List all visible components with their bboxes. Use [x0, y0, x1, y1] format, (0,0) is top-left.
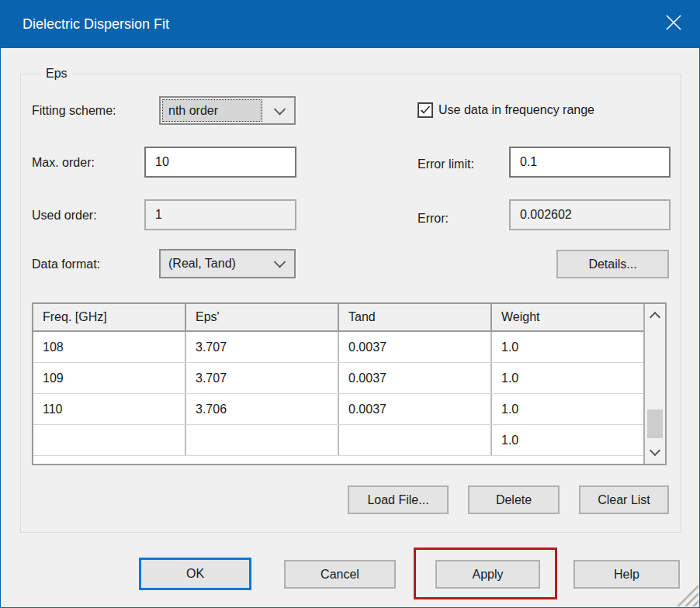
ok-button[interactable]: OK [139, 558, 251, 590]
table-row[interactable]: 1083.7070.00371.0 [33, 332, 643, 363]
table-cell[interactable]: 0.0037 [339, 363, 492, 393]
data-format-value: (Real, Tand) [168, 250, 236, 277]
table-cell[interactable] [339, 425, 492, 455]
table-cell[interactable]: 3.707 [186, 363, 339, 393]
dielectric-dispersion-fit-dialog: Dielectric Dispersion Fit Eps Fitting sc… [0, 0, 700, 608]
error-limit-input[interactable] [509, 147, 671, 178]
table-cell[interactable] [186, 425, 339, 455]
table-cell[interactable]: 110 [33, 394, 186, 424]
details-button[interactable]: Details... [556, 250, 669, 278]
close-icon [664, 12, 684, 36]
load-file-button[interactable]: Load File... [348, 485, 449, 514]
data-format-combobox[interactable]: (Real, Tand) [159, 249, 296, 278]
chevron-up-icon [650, 312, 660, 323]
use-data-checkbox[interactable] [418, 102, 433, 118]
use-data-checkbox-label[interactable]: Use data in frequency range [438, 101, 594, 119]
frequency-data-table: Freq. [GHz] Eps' Tand Weight 1083.7070.0… [32, 302, 667, 465]
table-row[interactable]: 1.0 [33, 425, 643, 456]
table-cell[interactable]: 1.0 [492, 394, 643, 424]
clear-list-button[interactable]: Clear List [579, 485, 669, 514]
chevron-down-icon [274, 256, 286, 268]
eps-groupbox-label: Eps [41, 67, 72, 81]
table-content: Freq. [GHz] Eps' Tand Weight 1083.7070.0… [33, 304, 643, 464]
used-order-label: Used order: [32, 206, 97, 225]
help-button[interactable]: Help [574, 560, 680, 589]
column-header-tand[interactable]: Tand [339, 304, 492, 330]
vertical-scrollbar[interactable] [643, 304, 665, 464]
table-body: 1083.7070.00371.01093.7070.00371.01103.7… [33, 332, 643, 456]
table-header-row: Freq. [GHz] Eps' Tand Weight [33, 304, 643, 332]
fitting-scheme-label: Fitting scheme: [32, 102, 116, 120]
error-limit-label: Error limit: [418, 155, 474, 174]
titlebar: Dielectric Dispersion Fit [0, 0, 700, 48]
fitting-scheme-value: nth order [168, 98, 218, 123]
column-header-weight[interactable]: Weight [492, 304, 643, 330]
scrollbar-thumb[interactable] [647, 409, 663, 438]
chevron-down-icon [650, 445, 660, 456]
fitting-scheme-combobox[interactable]: nth order [159, 96, 296, 125]
cancel-button[interactable]: Cancel [284, 560, 396, 589]
error-label: Error: [418, 209, 449, 228]
scroll-down-button[interactable] [645, 442, 665, 464]
table-cell[interactable]: 3.707 [186, 332, 339, 362]
table-row[interactable]: 1103.7060.00371.0 [33, 394, 643, 425]
close-button[interactable] [657, 9, 691, 39]
error-field [509, 199, 671, 230]
table-cell[interactable]: 0.0037 [339, 332, 492, 362]
table-cell[interactable]: 108 [33, 332, 186, 362]
used-order-field [144, 199, 296, 230]
window-title: Dielectric Dispersion Fit [23, 0, 169, 48]
table-cell[interactable]: 3.706 [186, 394, 339, 424]
max-order-input[interactable] [144, 147, 296, 178]
table-cell[interactable]: 0.0037 [339, 394, 492, 424]
delete-button[interactable]: Delete [468, 485, 560, 514]
table-cell[interactable]: 1.0 [492, 332, 643, 362]
scroll-up-button[interactable] [645, 304, 665, 326]
apply-button[interactable]: Apply [435, 560, 540, 589]
data-format-label: Data format: [32, 255, 100, 274]
table-cell[interactable]: 1.0 [492, 425, 643, 455]
table-cell[interactable]: 109 [33, 363, 186, 393]
max-order-label: Max. order: [32, 154, 95, 172]
table-row[interactable]: 1093.7070.00371.0 [33, 363, 643, 394]
chevron-down-icon [274, 103, 286, 116]
table-cell[interactable] [33, 425, 186, 455]
column-header-freq[interactable]: Freq. [GHz] [33, 304, 186, 330]
table-cell[interactable]: 1.0 [492, 363, 643, 393]
column-header-eps[interactable]: Eps' [186, 304, 339, 330]
